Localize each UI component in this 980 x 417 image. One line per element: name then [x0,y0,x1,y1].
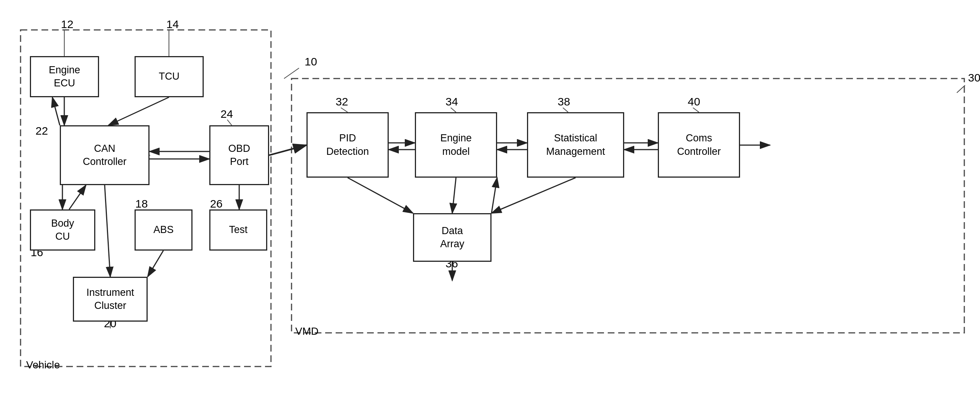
diagram: 10 12 14 22 24 16 18 26 20 30 32 34 38 [0,0,980,417]
ref-34: 34 [445,95,458,108]
svg-line-21 [148,251,163,277]
svg-line-0 [284,68,299,78]
ref-12: 12 [61,18,73,30]
ref-24: 24 [221,108,233,120]
statistical-management-box: StatisticalManagement [527,112,624,177]
test-box: Test [209,209,267,251]
ref-14: 14 [166,18,179,30]
data-array-box: DataArray [413,213,492,262]
svg-line-6 [341,108,348,112]
can-controller-box: CANController [60,125,150,185]
ref-22: 22 [35,125,48,137]
svg-line-7 [451,108,456,112]
ref-10: 10 [305,55,317,68]
ref-40: 40 [688,95,700,108]
obd-port-box: OBDPort [209,125,269,185]
ref-18: 18 [135,198,148,210]
svg-line-14 [52,97,60,125]
svg-line-15 [108,97,169,125]
instrument-cluster-box: InstrumentCluster [73,277,148,322]
svg-line-8 [563,108,568,112]
svg-line-17 [69,185,86,209]
vmd-label: VMD [295,325,318,337]
svg-line-37 [348,177,413,213]
pid-detection-box: PIDDetection [307,112,389,177]
svg-line-3 [227,120,232,125]
svg-line-34 [492,177,576,213]
svg-line-9 [693,108,699,112]
svg-line-36 [492,177,497,213]
ref-26: 26 [210,198,223,210]
vehicle-label: Vehicle [26,359,60,371]
svg-line-33 [452,177,456,213]
coms-controller-box: ComsController [658,112,740,177]
engine-model-box: Enginemodel [415,112,497,177]
body-cu-box: BodyCU [30,209,95,251]
ref-32: 32 [336,95,348,108]
tcu-box: TCU [135,56,204,97]
abs-box: ABS [135,209,192,251]
engine-ecu-box: EngineECU [30,56,99,97]
ref-38: 38 [558,95,570,108]
svg-line-25 [269,145,307,155]
ref-30: 30 [968,72,980,84]
vmd-enclosure [291,78,964,333]
svg-line-20 [105,185,110,277]
